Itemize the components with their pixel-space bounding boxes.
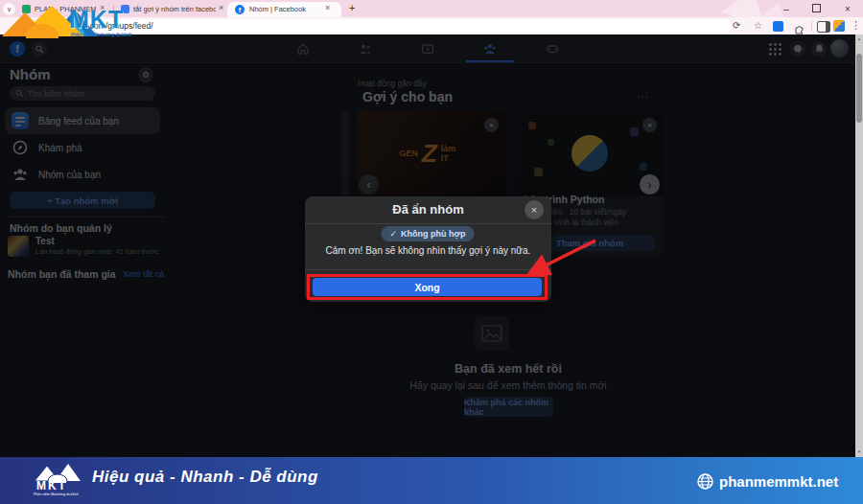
facebook-favicon: f bbox=[235, 5, 245, 14]
annotation-arrow bbox=[513, 225, 609, 283]
dialog-close-icon[interactable]: × bbox=[525, 200, 544, 219]
annotation-highlight-box bbox=[307, 274, 548, 300]
extension-icon[interactable] bbox=[833, 20, 845, 32]
tab-facebook-label: Nhóm | Facebook bbox=[249, 4, 318, 14]
mkt-logo-subtitle: Phần mềm Marketing đa kênh bbox=[71, 33, 132, 37]
window-maximize-button[interactable] bbox=[812, 4, 821, 12]
new-tab-button[interactable]: + bbox=[349, 2, 355, 13]
dialog-title: Đã ẩn nhóm bbox=[305, 202, 551, 217]
chip-label: Không phù hợp bbox=[401, 229, 465, 239]
tab-facebook[interactable]: f Nhóm | Facebook × bbox=[227, 2, 341, 17]
footer-slogan: Hiệu quả - Nhanh - Dễ dùng bbox=[92, 468, 318, 487]
scrollbar-up-icon[interactable]: ▲ bbox=[855, 36, 863, 41]
screen: ∨ PLAN - PHANMEMMKT.NET × tắt gợi ý nhóm… bbox=[0, 0, 863, 504]
translate-icon[interactable] bbox=[773, 21, 783, 32]
dialog-divider bbox=[305, 223, 551, 224]
mkt-logo-text: MKT bbox=[69, 6, 124, 34]
not-relevant-chip[interactable]: ✓ Không phù hợp bbox=[382, 226, 475, 241]
footer-site-link[interactable]: phanmemmkt.net bbox=[719, 473, 838, 490]
toolbar-divider bbox=[811, 20, 812, 32]
scrollbar-down-icon[interactable]: ▼ bbox=[855, 449, 863, 454]
browser-tab-bar bbox=[0, 0, 863, 17]
footer-logo-subtitle: Phần mềm Marketing đa kênh bbox=[34, 493, 79, 496]
check-icon: ✓ bbox=[390, 229, 398, 239]
side-panel-icon[interactable] bbox=[817, 21, 830, 33]
globe-icon bbox=[697, 473, 713, 490]
tab-search-result-close-icon[interactable]: × bbox=[219, 4, 223, 12]
window-close-button[interactable]: × bbox=[840, 1, 855, 16]
footer-mkt-logo-text: MKT bbox=[36, 479, 67, 493]
tab-search-result[interactable]: tắt gợi ý nhóm trên facebook - bbox=[133, 4, 216, 14]
tab-facebook-close-icon[interactable]: × bbox=[325, 4, 330, 12]
bookmark-star-icon[interactable]: ☆ bbox=[754, 20, 762, 32]
window-minimize-button[interactable]: – bbox=[779, 1, 794, 16]
browser-menu-icon[interactable]: ⋮ bbox=[851, 19, 861, 31]
sync-icon[interactable]: ⟳ bbox=[733, 20, 740, 32]
scrollbar-thumb[interactable] bbox=[856, 54, 862, 123]
